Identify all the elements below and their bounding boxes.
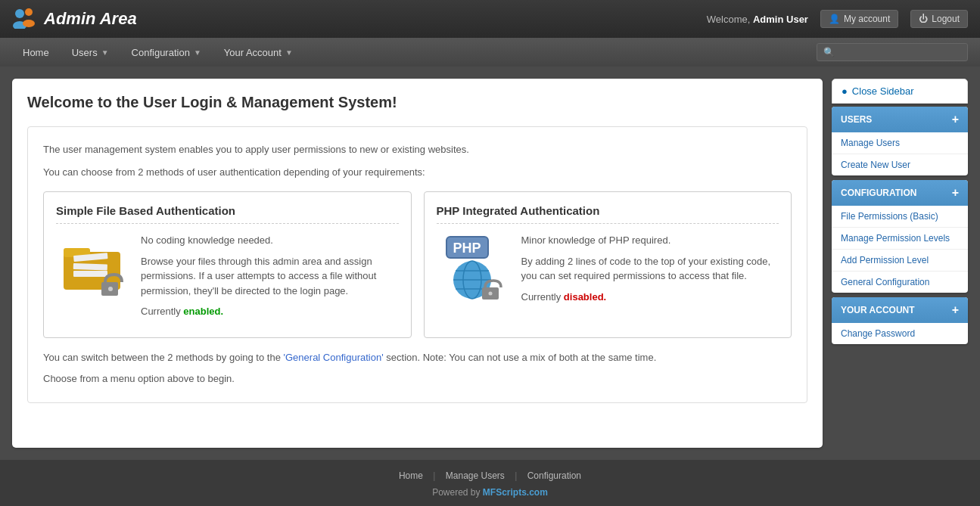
- php-auth-title: PHP Integrated Authentication: [437, 204, 779, 224]
- file-auth-icon: [56, 233, 132, 303]
- sidebar-manage-permissions[interactable]: Manage Permission Levels: [832, 228, 968, 250]
- sidebar: ● Close Sidebar USERS + Manage Users Cre…: [832, 79, 968, 448]
- nav-home[interactable]: Home: [12, 41, 60, 64]
- svg-point-0: [15, 9, 24, 18]
- switch-text: You can switch between the 2 methods by …: [43, 350, 792, 366]
- footer-divider2: |: [515, 470, 517, 481]
- simple-auth-inner: No coding knowledge needed. Browse your …: [56, 233, 399, 325]
- svg-text:PHP: PHP: [453, 241, 481, 256]
- main-wrapper: Welcome to the User Login & Management S…: [0, 67, 980, 460]
- begin-text: Choose from a menu option above to begin…: [43, 371, 792, 387]
- mfscripts-link[interactable]: MFScripts.com: [483, 487, 548, 498]
- sidebar-configuration-header[interactable]: CONFIGURATION +: [832, 180, 968, 206]
- simple-auth-title: Simple File Based Authentication: [56, 204, 399, 224]
- header: Admin Area Welcome, Admin User 👤 My acco…: [0, 0, 980, 38]
- footer-links: Home | Manage Users | Configuration: [11, 470, 969, 481]
- svg-point-19: [488, 292, 492, 296]
- footer-configuration-link[interactable]: Configuration: [527, 470, 581, 481]
- sidebar-section-users: USERS + Manage Users Create New User: [832, 107, 968, 175]
- sidebar-your-account-header[interactable]: YOUR ACCOUNT +: [832, 297, 968, 323]
- my-account-button[interactable]: 👤 My account: [820, 10, 898, 28]
- svg-point-10: [108, 287, 113, 291]
- close-sidebar-icon: ●: [842, 85, 848, 97]
- close-sidebar-button[interactable]: ● Close Sidebar: [832, 79, 968, 104]
- users-dropdown-arrow: ▼: [101, 48, 109, 57]
- simple-desc1: No coding knowledge needed.: [141, 233, 399, 248]
- app-title: Admin Area: [44, 9, 137, 29]
- nav-users[interactable]: Users ▼: [61, 41, 120, 64]
- welcome-text: Welcome, Admin User: [707, 14, 808, 25]
- your-account-dropdown-arrow: ▼: [285, 48, 293, 57]
- search-input[interactable]: [817, 43, 968, 61]
- php-auth-card: PHP Integrated Authentication PHP: [424, 191, 792, 338]
- php-status: Currently disabled.: [521, 290, 779, 305]
- header-right: Welcome, Admin User 👤 My account ⏻ Logou…: [707, 10, 968, 28]
- svg-point-3: [23, 20, 35, 27]
- svg-point-2: [25, 8, 33, 16]
- logo-icon: [12, 5, 36, 34]
- sidebar-file-permissions[interactable]: File Permissions (Basic): [832, 206, 968, 228]
- general-config-link[interactable]: 'General Configuration': [284, 352, 384, 363]
- simple-status: Currently enabled.: [141, 304, 399, 319]
- users-expand-icon: +: [952, 113, 959, 126]
- footer: Home | Manage Users | Configuration Powe…: [0, 460, 980, 506]
- your-account-expand-icon: +: [952, 303, 959, 317]
- footer-divider1: |: [433, 470, 435, 481]
- navbar: Home Users ▼ Configuration ▼ Your Accoun…: [0, 38, 980, 67]
- intro-text1: The user management system enables you t…: [43, 142, 792, 157]
- svg-rect-8: [73, 271, 107, 277]
- simple-auth-card: Simple File Based Authentication: [43, 191, 412, 338]
- user-icon: 👤: [829, 14, 840, 24]
- php-desc1: Minor knowledge of PHP required.: [521, 233, 779, 248]
- sidebar-change-password[interactable]: Change Password: [832, 323, 968, 344]
- footer-home-link[interactable]: Home: [399, 470, 423, 481]
- sidebar-manage-users[interactable]: Manage Users: [832, 132, 968, 154]
- sidebar-section-configuration: CONFIGURATION + File Permissions (Basic)…: [832, 180, 968, 293]
- close-sidebar-label: Close Sidebar: [852, 85, 914, 97]
- php-status-value: disabled.: [564, 291, 606, 303]
- content-area: Welcome to the User Login & Management S…: [12, 79, 823, 448]
- nav-configuration[interactable]: Configuration ▼: [121, 41, 212, 64]
- logout-button[interactable]: ⏻ Logout: [910, 10, 968, 28]
- inner-box: The user management system enables you t…: [27, 126, 807, 403]
- sidebar-create-user[interactable]: Create New User: [832, 154, 968, 175]
- simple-desc2: Browse your files through this admin are…: [141, 254, 399, 299]
- intro-text2: You can choose from 2 methods of user au…: [43, 165, 792, 180]
- php-auth-inner: PHP: [437, 233, 779, 310]
- php-auth-icon: PHP: [437, 233, 512, 303]
- footer-manage-users-link[interactable]: Manage Users: [446, 470, 505, 481]
- configuration-expand-icon: +: [952, 186, 959, 200]
- simple-status-value: enabled.: [183, 306, 223, 317]
- sidebar-general-config[interactable]: General Configuration: [832, 272, 968, 293]
- sidebar-section-your-account: YOUR ACCOUNT + Change Password: [832, 297, 968, 344]
- php-auth-desc: Minor knowledge of PHP required. By addi…: [521, 233, 779, 310]
- header-left: Admin Area: [12, 5, 137, 34]
- logout-icon: ⏻: [919, 14, 928, 24]
- sidebar-users-header[interactable]: USERS +: [832, 107, 968, 132]
- nav-your-account[interactable]: Your Account ▼: [213, 41, 303, 64]
- svg-rect-7: [73, 263, 107, 271]
- php-desc2: By adding 2 lines of code to the top of …: [521, 254, 779, 284]
- configuration-dropdown-arrow: ▼: [194, 48, 201, 57]
- auth-cards: Simple File Based Authentication: [43, 191, 792, 338]
- page-title: Welcome to the User Login & Management S…: [27, 94, 807, 111]
- sidebar-add-permission[interactable]: Add Permission Level: [832, 250, 968, 272]
- powered-by: Powered by MFScripts.com: [11, 487, 969, 498]
- simple-auth-desc: No coding knowledge needed. Browse your …: [141, 233, 399, 325]
